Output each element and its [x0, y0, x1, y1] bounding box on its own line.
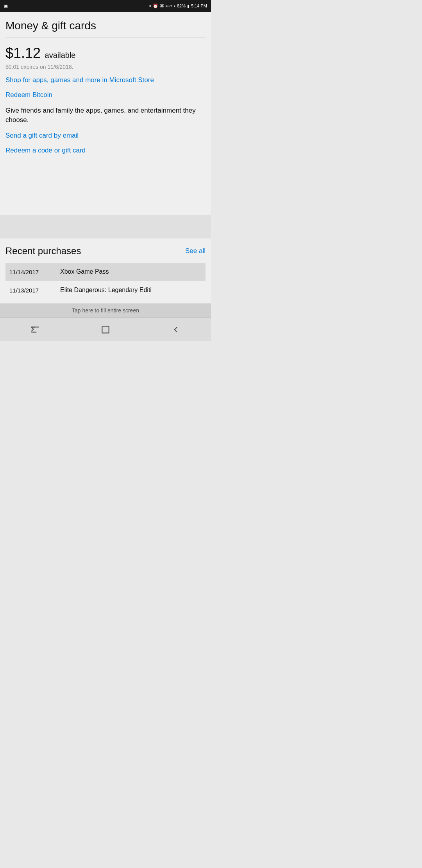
purchase-date: 11/13/2017 — [9, 287, 48, 294]
time-display: 5:14 PM — [191, 4, 207, 8]
overview-icon — [100, 325, 111, 335]
battery-percent: 82% — [177, 4, 186, 8]
redeem-bitcoin-link[interactable]: Redeem Bitcoin — [5, 91, 206, 99]
purchase-name: Xbox Game Pass — [60, 268, 109, 275]
image-icon: ▣ — [4, 4, 8, 9]
page-title: Money & gift cards — [5, 20, 206, 32]
overview-nav-button[interactable] — [94, 322, 117, 337]
battery-icon: ▮ — [187, 4, 190, 9]
section-gap — [0, 215, 211, 239]
svg-rect-3 — [102, 326, 109, 333]
tap-to-fill-banner[interactable]: Tap here to fill entire screen — [0, 303, 211, 317]
signal-icon: 4G+ — [166, 4, 172, 8]
purchase-name: Elite Dangerous: Legendary Editi — [60, 287, 152, 294]
purchase-row[interactable]: 11/14/2017 Xbox Game Pass — [5, 263, 206, 281]
section-divider — [5, 38, 206, 38]
menu-icon — [30, 325, 40, 335]
balance-row: $1.12 available — [5, 45, 206, 61]
send-gift-card-link[interactable]: Send a gift card by email — [5, 132, 206, 140]
main-content: Money & gift cards $1.12 available $0.01… — [0, 12, 211, 215]
status-bar: ▣ ● ⏰ ⌘ 4G+ ▪ 82% ▮ 5:14 PM — [0, 0, 211, 12]
balance-amount: $1.12 — [5, 45, 41, 61]
alarm-icon: ⏰ — [153, 4, 158, 9]
signal-bars-icon: ▪ — [174, 4, 175, 8]
status-left: ▣ — [4, 4, 8, 9]
back-nav-button[interactable] — [164, 322, 188, 337]
purchase-date: 11/14/2017 — [9, 269, 48, 275]
notification-icon: ● — [149, 4, 151, 8]
balance-label: available — [45, 51, 76, 59]
see-all-link[interactable]: See all — [185, 247, 206, 255]
purchase-row[interactable]: 11/13/2017 Elite Dangerous: Legendary Ed… — [5, 281, 206, 299]
recent-header: Recent purchases See all — [5, 246, 206, 256]
back-icon — [171, 325, 181, 335]
expiry-text: $0.01 expires on 11/6/2018. — [5, 64, 206, 70]
nav-bar — [0, 317, 211, 341]
gift-card-description: Give friends and family the apps, games,… — [5, 106, 206, 125]
status-right: ● ⏰ ⌘ 4G+ ▪ 82% ▮ 5:14 PM — [149, 4, 207, 9]
redeem-code-link[interactable]: Redeem a code or gift card — [5, 147, 206, 154]
wifi-icon: ⌘ — [160, 4, 164, 9]
shop-link[interactable]: Shop for apps, games and more in Microso… — [5, 76, 206, 84]
recent-purchases-section: Recent purchases See all 11/14/2017 Xbox… — [0, 239, 211, 303]
recent-purchases-title: Recent purchases — [5, 246, 81, 256]
menu-nav-button[interactable] — [23, 322, 47, 337]
